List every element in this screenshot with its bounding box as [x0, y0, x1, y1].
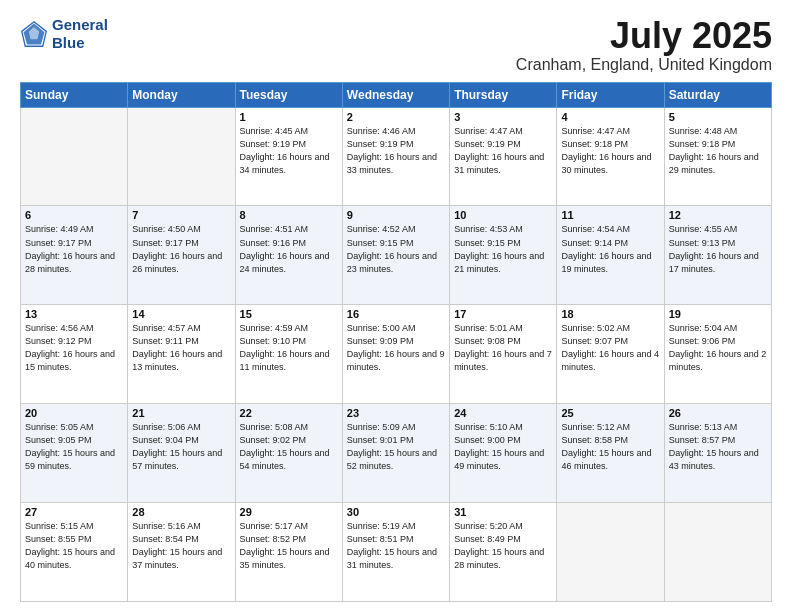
- day-info: Sunrise: 5:12 AM Sunset: 8:58 PM Dayligh…: [561, 421, 659, 473]
- calendar-cell: 21Sunrise: 5:06 AM Sunset: 9:04 PM Dayli…: [128, 404, 235, 503]
- logo-text: General Blue: [52, 16, 108, 52]
- calendar-cell: [21, 107, 128, 206]
- calendar-week-row: 27Sunrise: 5:15 AM Sunset: 8:55 PM Dayli…: [21, 503, 772, 602]
- logo-icon: [20, 20, 48, 48]
- calendar-cell: 10Sunrise: 4:53 AM Sunset: 9:15 PM Dayli…: [450, 206, 557, 305]
- day-info: Sunrise: 5:09 AM Sunset: 9:01 PM Dayligh…: [347, 421, 445, 473]
- calendar-cell: 11Sunrise: 4:54 AM Sunset: 9:14 PM Dayli…: [557, 206, 664, 305]
- calendar-cell: 9Sunrise: 4:52 AM Sunset: 9:15 PM Daylig…: [342, 206, 449, 305]
- calendar-cell: 5Sunrise: 4:48 AM Sunset: 9:18 PM Daylig…: [664, 107, 771, 206]
- calendar-table: SundayMondayTuesdayWednesdayThursdayFrid…: [20, 82, 772, 602]
- calendar-week-row: 20Sunrise: 5:05 AM Sunset: 9:05 PM Dayli…: [21, 404, 772, 503]
- calendar-cell: 7Sunrise: 4:50 AM Sunset: 9:17 PM Daylig…: [128, 206, 235, 305]
- day-number: 1: [240, 111, 338, 123]
- day-info: Sunrise: 4:59 AM Sunset: 9:10 PM Dayligh…: [240, 322, 338, 374]
- day-number: 3: [454, 111, 552, 123]
- day-number: 24: [454, 407, 552, 419]
- calendar-cell: 8Sunrise: 4:51 AM Sunset: 9:16 PM Daylig…: [235, 206, 342, 305]
- calendar-day-header-tuesday: Tuesday: [235, 82, 342, 107]
- calendar-cell: 19Sunrise: 5:04 AM Sunset: 9:06 PM Dayli…: [664, 305, 771, 404]
- calendar-cell: [557, 503, 664, 602]
- day-number: 4: [561, 111, 659, 123]
- day-number: 15: [240, 308, 338, 320]
- day-info: Sunrise: 5:08 AM Sunset: 9:02 PM Dayligh…: [240, 421, 338, 473]
- day-info: Sunrise: 4:56 AM Sunset: 9:12 PM Dayligh…: [25, 322, 123, 374]
- day-info: Sunrise: 5:15 AM Sunset: 8:55 PM Dayligh…: [25, 520, 123, 572]
- day-info: Sunrise: 5:00 AM Sunset: 9:09 PM Dayligh…: [347, 322, 445, 374]
- calendar-week-row: 6Sunrise: 4:49 AM Sunset: 9:17 PM Daylig…: [21, 206, 772, 305]
- calendar-cell: 15Sunrise: 4:59 AM Sunset: 9:10 PM Dayli…: [235, 305, 342, 404]
- calendar-day-header-thursday: Thursday: [450, 82, 557, 107]
- calendar-cell: 24Sunrise: 5:10 AM Sunset: 9:00 PM Dayli…: [450, 404, 557, 503]
- day-number: 11: [561, 209, 659, 221]
- calendar-cell: 31Sunrise: 5:20 AM Sunset: 8:49 PM Dayli…: [450, 503, 557, 602]
- calendar-header-row: SundayMondayTuesdayWednesdayThursdayFrid…: [21, 82, 772, 107]
- day-number: 27: [25, 506, 123, 518]
- day-info: Sunrise: 5:19 AM Sunset: 8:51 PM Dayligh…: [347, 520, 445, 572]
- calendar-cell: [664, 503, 771, 602]
- day-info: Sunrise: 4:54 AM Sunset: 9:14 PM Dayligh…: [561, 223, 659, 275]
- calendar-cell: 17Sunrise: 5:01 AM Sunset: 9:08 PM Dayli…: [450, 305, 557, 404]
- calendar-cell: 3Sunrise: 4:47 AM Sunset: 9:19 PM Daylig…: [450, 107, 557, 206]
- calendar-cell: 4Sunrise: 4:47 AM Sunset: 9:18 PM Daylig…: [557, 107, 664, 206]
- calendar-week-row: 13Sunrise: 4:56 AM Sunset: 9:12 PM Dayli…: [21, 305, 772, 404]
- day-info: Sunrise: 4:50 AM Sunset: 9:17 PM Dayligh…: [132, 223, 230, 275]
- day-info: Sunrise: 4:47 AM Sunset: 9:18 PM Dayligh…: [561, 125, 659, 177]
- day-number: 5: [669, 111, 767, 123]
- day-number: 23: [347, 407, 445, 419]
- day-info: Sunrise: 4:46 AM Sunset: 9:19 PM Dayligh…: [347, 125, 445, 177]
- day-info: Sunrise: 4:47 AM Sunset: 9:19 PM Dayligh…: [454, 125, 552, 177]
- day-info: Sunrise: 5:05 AM Sunset: 9:05 PM Dayligh…: [25, 421, 123, 473]
- day-number: 18: [561, 308, 659, 320]
- day-info: Sunrise: 5:17 AM Sunset: 8:52 PM Dayligh…: [240, 520, 338, 572]
- calendar-cell: 30Sunrise: 5:19 AM Sunset: 8:51 PM Dayli…: [342, 503, 449, 602]
- day-number: 16: [347, 308, 445, 320]
- calendar-cell: 13Sunrise: 4:56 AM Sunset: 9:12 PM Dayli…: [21, 305, 128, 404]
- day-info: Sunrise: 5:13 AM Sunset: 8:57 PM Dayligh…: [669, 421, 767, 473]
- header: General Blue July 2025 Cranham, England,…: [20, 16, 772, 74]
- day-info: Sunrise: 4:53 AM Sunset: 9:15 PM Dayligh…: [454, 223, 552, 275]
- calendar-day-header-monday: Monday: [128, 82, 235, 107]
- day-info: Sunrise: 4:51 AM Sunset: 9:16 PM Dayligh…: [240, 223, 338, 275]
- day-number: 6: [25, 209, 123, 221]
- day-number: 19: [669, 308, 767, 320]
- day-info: Sunrise: 4:57 AM Sunset: 9:11 PM Dayligh…: [132, 322, 230, 374]
- day-info: Sunrise: 4:52 AM Sunset: 9:15 PM Dayligh…: [347, 223, 445, 275]
- day-info: Sunrise: 5:16 AM Sunset: 8:54 PM Dayligh…: [132, 520, 230, 572]
- page: General Blue July 2025 Cranham, England,…: [0, 0, 792, 612]
- day-number: 8: [240, 209, 338, 221]
- day-number: 22: [240, 407, 338, 419]
- day-number: 9: [347, 209, 445, 221]
- calendar-cell: 18Sunrise: 5:02 AM Sunset: 9:07 PM Dayli…: [557, 305, 664, 404]
- day-info: Sunrise: 4:49 AM Sunset: 9:17 PM Dayligh…: [25, 223, 123, 275]
- day-info: Sunrise: 4:48 AM Sunset: 9:18 PM Dayligh…: [669, 125, 767, 177]
- calendar-cell: 6Sunrise: 4:49 AM Sunset: 9:17 PM Daylig…: [21, 206, 128, 305]
- calendar-cell: 28Sunrise: 5:16 AM Sunset: 8:54 PM Dayli…: [128, 503, 235, 602]
- calendar-cell: 29Sunrise: 5:17 AM Sunset: 8:52 PM Dayli…: [235, 503, 342, 602]
- calendar-day-header-wednesday: Wednesday: [342, 82, 449, 107]
- day-info: Sunrise: 4:55 AM Sunset: 9:13 PM Dayligh…: [669, 223, 767, 275]
- day-number: 12: [669, 209, 767, 221]
- day-number: 26: [669, 407, 767, 419]
- day-number: 31: [454, 506, 552, 518]
- location: Cranham, England, United Kingdom: [516, 56, 772, 74]
- day-info: Sunrise: 5:02 AM Sunset: 9:07 PM Dayligh…: [561, 322, 659, 374]
- calendar-cell: 23Sunrise: 5:09 AM Sunset: 9:01 PM Dayli…: [342, 404, 449, 503]
- day-number: 13: [25, 308, 123, 320]
- day-number: 29: [240, 506, 338, 518]
- title-block: July 2025 Cranham, England, United Kingd…: [516, 16, 772, 74]
- calendar-day-header-saturday: Saturday: [664, 82, 771, 107]
- day-number: 7: [132, 209, 230, 221]
- calendar-cell: 1Sunrise: 4:45 AM Sunset: 9:19 PM Daylig…: [235, 107, 342, 206]
- day-number: 28: [132, 506, 230, 518]
- calendar-cell: 22Sunrise: 5:08 AM Sunset: 9:02 PM Dayli…: [235, 404, 342, 503]
- day-info: Sunrise: 5:06 AM Sunset: 9:04 PM Dayligh…: [132, 421, 230, 473]
- calendar-week-row: 1Sunrise: 4:45 AM Sunset: 9:19 PM Daylig…: [21, 107, 772, 206]
- calendar-day-header-sunday: Sunday: [21, 82, 128, 107]
- day-info: Sunrise: 5:01 AM Sunset: 9:08 PM Dayligh…: [454, 322, 552, 374]
- day-number: 21: [132, 407, 230, 419]
- calendar-cell: [128, 107, 235, 206]
- calendar-day-header-friday: Friday: [557, 82, 664, 107]
- day-info: Sunrise: 4:45 AM Sunset: 9:19 PM Dayligh…: [240, 125, 338, 177]
- calendar-cell: 16Sunrise: 5:00 AM Sunset: 9:09 PM Dayli…: [342, 305, 449, 404]
